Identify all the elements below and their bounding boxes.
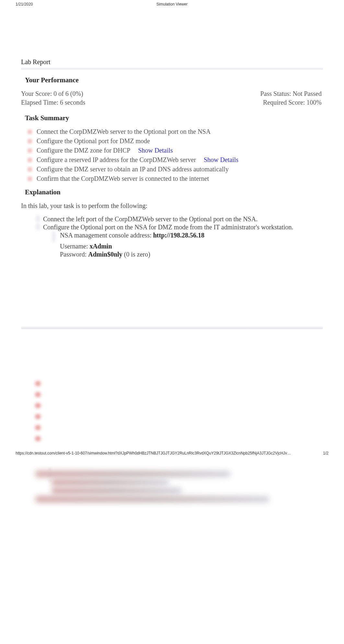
step-text: Connect the left port of the CorpDMZWeb … — [43, 215, 258, 223]
required-score: Required Score: 100% — [263, 99, 322, 106]
task-row: Confirm that the CorpDMZWeb server is co… — [28, 175, 323, 182]
explanation-intro: In this lab, your task is to perform the… — [21, 202, 323, 210]
fail-icon — [28, 148, 32, 153]
bullet-icon — [52, 232, 55, 242]
task-list: Connect the CorpDMZWeb server to the Opt… — [28, 128, 323, 182]
explanation-steps: Connect the left port of the CorpDMZWeb … — [36, 215, 323, 231]
fail-icon — [28, 177, 32, 181]
bullet-icon — [36, 215, 40, 222]
blurred-content — [35, 381, 323, 441]
task-row: Connect the CorpDMZWeb server to the Opt… — [28, 128, 323, 135]
task-text: Configure the DMZ zone for DHCP — [37, 147, 130, 154]
your-score: Your Score: 0 of 6 (0%) — [21, 90, 83, 98]
print-title: Simulation Viewer — [0, 2, 344, 6]
credentials-block: NSA management console address: http://1… — [52, 232, 323, 258]
task-text: Confirm that the CorpDMZWeb server is co… — [37, 175, 209, 182]
footer-url-text: https://cdn.testout.com/client-v5-1-10-6… — [16, 451, 291, 455]
fail-icon — [28, 130, 32, 134]
show-details-link[interactable]: Show Details — [204, 156, 238, 164]
step-text: Configure the Optional port on the NSA f… — [43, 224, 293, 231]
fail-icon — [28, 139, 32, 144]
task-row: Configure the DMZ server to obtain an IP… — [28, 166, 323, 173]
task-summary-heading: Task Summary — [25, 114, 323, 122]
task-row: Configure a reserved IP address for the … — [28, 156, 323, 164]
show-details-link[interactable]: Show Details — [138, 147, 173, 154]
task-text: Configure the DMZ server to obtain an IP… — [37, 166, 229, 173]
lab-report-heading: Lab Report — [21, 58, 323, 66]
password-line: Password: Admin$0nly (0 is zero) — [60, 251, 150, 258]
performance-heading: Your Performance — [25, 76, 323, 84]
console-line: NSA management console address: http://1… — [60, 232, 204, 242]
print-footer: https://cdn.testout.com/client-v5-1-10-6… — [16, 451, 328, 455]
fail-icon — [28, 167, 32, 172]
bullet-icon — [36, 224, 40, 230]
task-text: Connect the CorpDMZWeb server to the Opt… — [37, 128, 211, 135]
task-row: Configure the DMZ zone for DHCP Show Det… — [28, 147, 323, 154]
task-text: Configure the Optional port for DMZ mode — [37, 137, 150, 145]
fail-icon — [28, 158, 32, 162]
blurred-content — [36, 468, 262, 505]
explanation-heading: Explanation — [25, 188, 323, 196]
elapsed-time: Elapsed Time: 6 seconds — [21, 99, 85, 106]
task-row: Configure the Optional port for DMZ mode — [28, 137, 323, 145]
divider — [21, 327, 323, 329]
divider — [21, 68, 323, 70]
footer-page-num: 1/2 — [323, 451, 328, 455]
pass-status: Pass Status: Not Passed — [260, 90, 322, 98]
task-text: Configure a reserved IP address for the … — [37, 156, 196, 164]
username-line: Username: xAdmin — [60, 243, 112, 250]
